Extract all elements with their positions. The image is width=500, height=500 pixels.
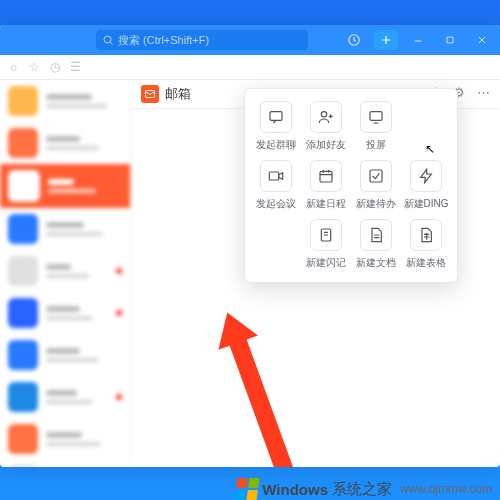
meeting-icon bbox=[260, 160, 292, 192]
mail-icon bbox=[141, 85, 159, 103]
svg-point-11 bbox=[321, 112, 326, 117]
toolbar: ☼ ☆ ◷ ☰ bbox=[0, 55, 500, 80]
list-item[interactable] bbox=[0, 122, 130, 164]
popup-item-label: 投屏 bbox=[366, 138, 386, 152]
popup-item-label: 发起会议 bbox=[256, 197, 296, 211]
menu-icon[interactable]: ☰ bbox=[70, 60, 81, 74]
svg-rect-14 bbox=[370, 112, 382, 121]
watermark-suffix: 系统之家 bbox=[332, 480, 392, 499]
popup-item-label: 新建DING bbox=[404, 197, 449, 211]
page-title: 邮箱 bbox=[165, 85, 191, 103]
desktop: 搜索 (Ctrl+Shift+F) bbox=[0, 0, 500, 500]
popup-item-label: 新建闪记 bbox=[306, 256, 346, 270]
cast-icon bbox=[360, 101, 392, 133]
titlebar: 搜索 (Ctrl+Shift+F) bbox=[0, 25, 500, 55]
svg-line-1 bbox=[110, 42, 112, 44]
list-item[interactable] bbox=[0, 292, 130, 334]
list-item-selected[interactable] bbox=[0, 164, 130, 208]
popup-item-label: 新建表格 bbox=[406, 256, 446, 270]
calendar-icon bbox=[310, 160, 342, 192]
annotation-arrow bbox=[226, 330, 318, 467]
conversation-sidebar bbox=[0, 80, 131, 467]
list-item[interactable] bbox=[0, 418, 130, 460]
popup-item[interactable]: 发起会议 bbox=[251, 160, 301, 211]
list-item[interactable] bbox=[0, 80, 130, 122]
todo-icon bbox=[360, 160, 392, 192]
list-item[interactable] bbox=[0, 334, 130, 376]
watermark: Windows 系统之家 www.bjmmw.com bbox=[236, 478, 492, 500]
list-item[interactable] bbox=[0, 460, 130, 467]
search-box[interactable]: 搜索 (Ctrl+Shift+F) bbox=[96, 30, 308, 50]
more-icon[interactable]: ⋯ bbox=[477, 85, 490, 103]
svg-rect-22 bbox=[370, 170, 382, 182]
popup-item-label: 新建待办 bbox=[356, 197, 396, 211]
ding-icon bbox=[410, 160, 442, 192]
popup-item[interactable]: 新建日程 bbox=[301, 160, 351, 211]
main-pane: 邮箱 ＋ ⇪ ⚙ ⋯ 发起群聊添加好友投屏发起会议新建日程新建待办新建DING新… bbox=[131, 80, 500, 467]
watermark-url: www.bjmmw.com bbox=[400, 482, 492, 496]
sheet-icon bbox=[410, 219, 442, 251]
add-button[interactable] bbox=[374, 30, 398, 50]
doc-icon bbox=[360, 219, 392, 251]
svg-rect-18 bbox=[320, 171, 332, 182]
app-window: 搜索 (Ctrl+Shift+F) bbox=[0, 25, 500, 467]
watermark-brand: Windows bbox=[262, 481, 328, 498]
search-placeholder: 搜索 (Ctrl+Shift+F) bbox=[118, 33, 209, 48]
popup-item-label: 发起群聊 bbox=[256, 138, 296, 152]
popup-item[interactable]: 新建表格 bbox=[401, 219, 451, 270]
maximize-button[interactable] bbox=[438, 30, 462, 50]
close-button[interactable] bbox=[470, 30, 494, 50]
app-body: 邮箱 ＋ ⇪ ⚙ ⋯ 发起群聊添加好友投屏发起会议新建日程新建待办新建DING新… bbox=[0, 80, 500, 467]
clock-icon[interactable]: ◷ bbox=[50, 60, 60, 74]
popup-item-label: 添加好友 bbox=[306, 138, 346, 152]
svg-marker-23 bbox=[421, 169, 432, 182]
list-item[interactable] bbox=[0, 208, 130, 250]
windows-logo-icon bbox=[235, 478, 260, 500]
history-icon[interactable] bbox=[342, 30, 366, 50]
add-friend-icon bbox=[310, 101, 342, 133]
popup-item[interactable]: 新建文档 bbox=[351, 219, 401, 270]
popup-item[interactable]: 新建待办 bbox=[351, 160, 401, 211]
svg-rect-10 bbox=[270, 112, 282, 121]
popup-item[interactable]: 新建闪记 bbox=[301, 219, 351, 270]
popup-item[interactable]: 添加好友 bbox=[301, 101, 351, 152]
star-icon[interactable]: ☆ bbox=[29, 60, 40, 74]
chat-icon bbox=[260, 101, 292, 133]
svg-rect-16 bbox=[269, 172, 278, 180]
list-item[interactable] bbox=[0, 250, 130, 292]
popup-item-label: 新建文档 bbox=[356, 256, 396, 270]
minimize-button[interactable] bbox=[406, 30, 430, 50]
titlebar-actions bbox=[342, 30, 494, 50]
popup-item[interactable]: 新建DING bbox=[401, 160, 451, 211]
sun-icon[interactable]: ☼ bbox=[8, 60, 19, 74]
popup-item[interactable]: 发起群聊 bbox=[251, 101, 301, 152]
create-popup: 发起群聊添加好友投屏发起会议新建日程新建待办新建DING新建闪记新建文档新建表格… bbox=[244, 88, 458, 283]
popup-item-label: 新建日程 bbox=[306, 197, 346, 211]
search-icon bbox=[102, 34, 114, 46]
svg-point-0 bbox=[104, 36, 111, 43]
svg-rect-6 bbox=[447, 37, 453, 43]
popup-item[interactable]: 投屏 bbox=[351, 101, 401, 152]
note-icon bbox=[310, 219, 342, 251]
list-item[interactable] bbox=[0, 376, 130, 418]
